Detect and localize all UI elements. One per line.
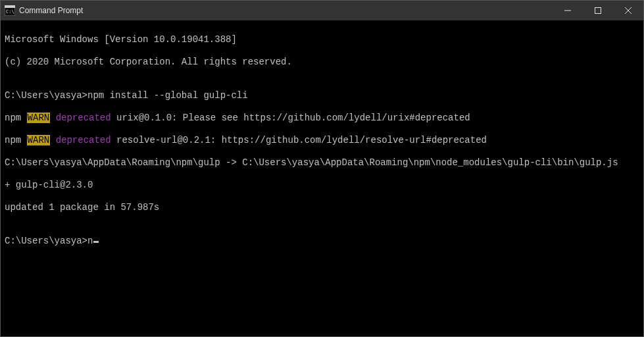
window-titlebar: C:\ Command Prompt <box>1 1 643 20</box>
output-line: C:\Users\yasya\AppData\Roaming\npm\gulp … <box>5 157 639 168</box>
npm-prefix: npm <box>5 135 27 145</box>
output-line: (c) 2020 Microsoft Corporation. All righ… <box>5 57 639 68</box>
npm-prefix: npm <box>5 113 27 123</box>
cursor-icon <box>93 241 99 243</box>
svg-rect-4 <box>595 8 601 14</box>
command-text: npm install --global gulp-cli <box>87 90 248 101</box>
output-line: updated 1 package in 57.987s <box>5 202 639 213</box>
warn-badge: WARN <box>27 113 51 123</box>
svg-text:C:\: C:\ <box>6 9 14 14</box>
command-prompt-icon: C:\ <box>5 5 15 16</box>
close-button[interactable] <box>613 1 643 20</box>
minimize-button[interactable] <box>553 1 583 20</box>
command-line: C:\Users\yasya>npm install --global gulp… <box>5 90 639 101</box>
current-prompt-line: C:\Users\yasya>n <box>5 236 639 247</box>
prompt-text: C:\Users\yasya> <box>5 236 87 247</box>
prompt-text: C:\Users\yasya> <box>5 90 87 101</box>
warn-message: urix@0.1.0: Please see https://github.co… <box>111 113 470 123</box>
warn-message: resolve-url@0.2.1: https://github.com/ly… <box>111 135 487 145</box>
svg-rect-1 <box>5 5 15 8</box>
output-line: + gulp-cli@2.3.0 <box>5 180 639 191</box>
deprecated-label: deprecated <box>56 135 111 145</box>
npm-warn-line: npm WARN deprecated resolve-url@0.2.1: h… <box>5 135 639 146</box>
warn-badge: WARN <box>27 135 51 145</box>
npm-warn-line: npm WARN deprecated urix@0.1.0: Please s… <box>5 113 639 124</box>
maximize-button[interactable] <box>583 1 613 20</box>
terminal-area[interactable]: Microsoft Windows [Version 10.0.19041.38… <box>1 20 643 336</box>
typed-input: n <box>87 236 93 247</box>
deprecated-label: deprecated <box>56 113 111 123</box>
window-title: Command Prompt <box>19 6 83 15</box>
output-line: Microsoft Windows [Version 10.0.19041.38… <box>5 34 639 45</box>
